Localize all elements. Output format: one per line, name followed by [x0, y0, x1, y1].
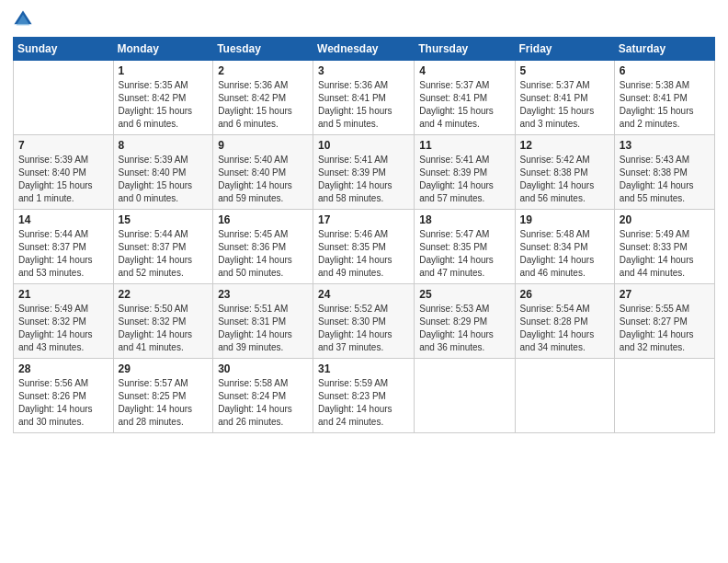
day-number: 29	[119, 362, 209, 375]
day-info: Sunrise: 5:41 AMSunset: 8:39 PMDaylight:…	[419, 154, 509, 205]
day-number: 5	[520, 64, 609, 77]
day-info: Sunrise: 5:49 AMSunset: 8:33 PMDaylight:…	[620, 228, 710, 280]
day-cell: 13Sunrise: 5:43 AMSunset: 8:38 PMDayligh…	[614, 135, 714, 210]
day-cell: 3Sunrise: 5:36 AMSunset: 8:41 PMDaylight…	[313, 61, 415, 135]
day-info: Sunrise: 5:54 AMSunset: 8:28 PMDaylight:…	[520, 303, 609, 354]
calendar-table: SundayMondayTuesdayWednesdayThursdayFrid…	[13, 37, 715, 433]
day-number: 18	[419, 213, 509, 226]
day-info: Sunrise: 5:51 AMSunset: 8:31 PMDaylight:…	[218, 303, 308, 354]
week-row-1: 1Sunrise: 5:35 AMSunset: 8:42 PMDaylight…	[14, 61, 715, 135]
column-header-tuesday: Tuesday	[213, 38, 313, 61]
day-cell: 19Sunrise: 5:48 AMSunset: 8:34 PMDayligh…	[515, 210, 614, 284]
day-number: 20	[620, 213, 710, 226]
header-row: SundayMondayTuesdayWednesdayThursdayFrid…	[14, 38, 715, 61]
day-number: 11	[419, 139, 509, 152]
day-cell: 29Sunrise: 5:57 AMSunset: 8:25 PMDayligh…	[113, 359, 213, 433]
day-info: Sunrise: 5:52 AMSunset: 8:30 PMDaylight:…	[318, 303, 409, 354]
day-cell: 17Sunrise: 5:46 AMSunset: 8:35 PMDayligh…	[313, 210, 415, 284]
day-cell: 21Sunrise: 5:49 AMSunset: 8:32 PMDayligh…	[14, 284, 114, 359]
day-number: 22	[119, 288, 209, 301]
day-number: 17	[318, 213, 409, 226]
column-header-sunday: Sunday	[14, 38, 114, 61]
day-cell: 12Sunrise: 5:42 AMSunset: 8:38 PMDayligh…	[515, 135, 614, 210]
day-number: 12	[520, 139, 609, 152]
day-cell: 22Sunrise: 5:50 AMSunset: 8:32 PMDayligh…	[113, 284, 213, 359]
day-info: Sunrise: 5:49 AMSunset: 8:32 PMDaylight:…	[18, 303, 108, 354]
day-info: Sunrise: 5:59 AMSunset: 8:23 PMDaylight:…	[318, 377, 409, 429]
day-cell: 15Sunrise: 5:44 AMSunset: 8:37 PMDayligh…	[113, 210, 213, 284]
day-number: 30	[218, 362, 308, 375]
day-info: Sunrise: 5:36 AMSunset: 8:42 PMDaylight:…	[218, 79, 308, 131]
day-info: Sunrise: 5:43 AMSunset: 8:38 PMDaylight:…	[620, 154, 710, 205]
day-number: 4	[419, 64, 509, 77]
day-cell: 27Sunrise: 5:55 AMSunset: 8:27 PMDayligh…	[614, 284, 714, 359]
day-number: 16	[218, 213, 308, 226]
week-row-4: 21Sunrise: 5:49 AMSunset: 8:32 PMDayligh…	[14, 284, 715, 359]
day-number: 2	[218, 64, 308, 77]
day-number: 10	[318, 139, 409, 152]
column-header-thursday: Thursday	[415, 38, 515, 61]
day-cell: 5Sunrise: 5:37 AMSunset: 8:41 PMDaylight…	[515, 61, 614, 135]
day-cell: 23Sunrise: 5:51 AMSunset: 8:31 PMDayligh…	[213, 284, 313, 359]
day-number: 24	[318, 288, 409, 301]
day-cell: 16Sunrise: 5:45 AMSunset: 8:36 PMDayligh…	[213, 210, 313, 284]
day-info: Sunrise: 5:35 AMSunset: 8:42 PMDaylight:…	[119, 79, 209, 131]
day-cell: 30Sunrise: 5:58 AMSunset: 8:24 PMDayligh…	[213, 359, 313, 433]
day-number: 7	[18, 139, 108, 152]
day-cell: 11Sunrise: 5:41 AMSunset: 8:39 PMDayligh…	[415, 135, 515, 210]
day-cell: 14Sunrise: 5:44 AMSunset: 8:37 PMDayligh…	[14, 210, 114, 284]
day-number: 3	[318, 64, 409, 77]
day-number: 26	[520, 288, 609, 301]
day-info: Sunrise: 5:47 AMSunset: 8:35 PMDaylight:…	[419, 228, 509, 280]
day-number: 19	[520, 213, 609, 226]
day-number: 21	[18, 288, 108, 301]
day-number: 28	[18, 362, 108, 375]
day-number: 14	[18, 213, 108, 226]
week-row-2: 7Sunrise: 5:39 AMSunset: 8:40 PMDaylight…	[14, 135, 715, 210]
day-number: 6	[620, 64, 710, 77]
day-cell: 9Sunrise: 5:40 AMSunset: 8:40 PMDaylight…	[213, 135, 313, 210]
logo-icon	[13, 9, 33, 29]
day-number: 23	[218, 288, 308, 301]
day-cell: 31Sunrise: 5:59 AMSunset: 8:23 PMDayligh…	[313, 359, 415, 433]
day-info: Sunrise: 5:46 AMSunset: 8:35 PMDaylight:…	[318, 228, 409, 280]
day-info: Sunrise: 5:50 AMSunset: 8:32 PMDaylight:…	[119, 303, 209, 354]
week-row-5: 28Sunrise: 5:56 AMSunset: 8:26 PMDayligh…	[14, 359, 715, 433]
main-container: SundayMondayTuesdayWednesdayThursdayFrid…	[0, 0, 728, 442]
day-number: 13	[620, 139, 710, 152]
day-cell: 20Sunrise: 5:49 AMSunset: 8:33 PMDayligh…	[614, 210, 714, 284]
day-number: 25	[419, 288, 509, 301]
day-info: Sunrise: 5:44 AMSunset: 8:37 PMDaylight:…	[18, 228, 108, 280]
day-number: 31	[318, 362, 409, 375]
day-info: Sunrise: 5:37 AMSunset: 8:41 PMDaylight:…	[419, 79, 509, 131]
day-cell: 28Sunrise: 5:56 AMSunset: 8:26 PMDayligh…	[14, 359, 114, 433]
header	[13, 9, 715, 29]
day-info: Sunrise: 5:56 AMSunset: 8:26 PMDaylight:…	[18, 377, 108, 429]
week-row-3: 14Sunrise: 5:44 AMSunset: 8:37 PMDayligh…	[14, 210, 715, 284]
day-cell: 26Sunrise: 5:54 AMSunset: 8:28 PMDayligh…	[515, 284, 614, 359]
day-info: Sunrise: 5:38 AMSunset: 8:41 PMDaylight:…	[620, 79, 710, 131]
day-info: Sunrise: 5:55 AMSunset: 8:27 PMDaylight:…	[620, 303, 710, 354]
day-cell	[415, 359, 515, 433]
day-info: Sunrise: 5:39 AMSunset: 8:40 PMDaylight:…	[18, 154, 108, 205]
column-header-monday: Monday	[113, 38, 213, 61]
day-cell	[515, 359, 614, 433]
day-cell: 24Sunrise: 5:52 AMSunset: 8:30 PMDayligh…	[313, 284, 415, 359]
day-cell: 25Sunrise: 5:53 AMSunset: 8:29 PMDayligh…	[415, 284, 515, 359]
day-info: Sunrise: 5:53 AMSunset: 8:29 PMDaylight:…	[419, 303, 509, 354]
column-header-friday: Friday	[515, 38, 614, 61]
day-cell: 1Sunrise: 5:35 AMSunset: 8:42 PMDaylight…	[113, 61, 213, 135]
day-number: 1	[119, 64, 209, 77]
day-number: 15	[119, 213, 209, 226]
day-info: Sunrise: 5:37 AMSunset: 8:41 PMDaylight:…	[520, 79, 609, 131]
day-info: Sunrise: 5:39 AMSunset: 8:40 PMDaylight:…	[119, 154, 209, 205]
day-cell: 10Sunrise: 5:41 AMSunset: 8:39 PMDayligh…	[313, 135, 415, 210]
day-cell: 4Sunrise: 5:37 AMSunset: 8:41 PMDaylight…	[415, 61, 515, 135]
logo	[13, 9, 37, 29]
column-header-wednesday: Wednesday	[313, 38, 415, 61]
day-cell: 7Sunrise: 5:39 AMSunset: 8:40 PMDaylight…	[14, 135, 114, 210]
day-number: 27	[620, 288, 710, 301]
day-number: 8	[119, 139, 209, 152]
day-cell: 8Sunrise: 5:39 AMSunset: 8:40 PMDaylight…	[113, 135, 213, 210]
day-info: Sunrise: 5:58 AMSunset: 8:24 PMDaylight:…	[218, 377, 308, 429]
